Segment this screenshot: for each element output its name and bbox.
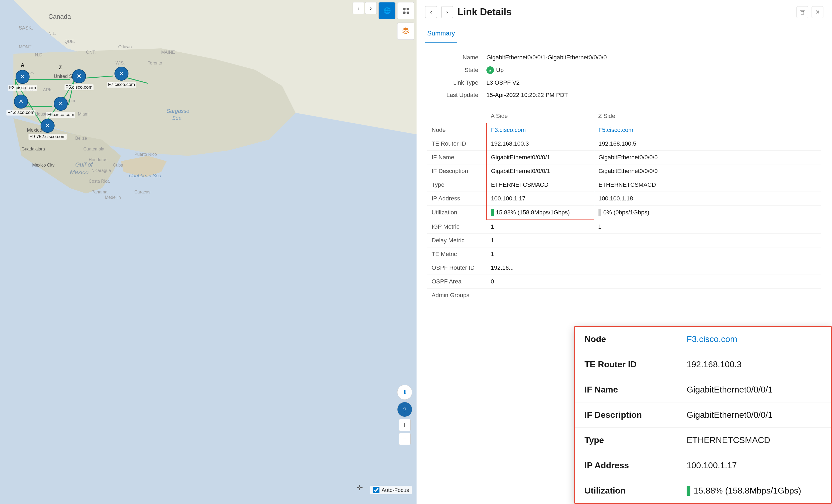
row-z-3: GigabitEthernet0/0/0/0	[594, 164, 821, 178]
delete-btn[interactable]	[797, 6, 808, 18]
value-lastupdate: 15-Apr-2022 10:20:22 PM PDT	[487, 91, 568, 99]
svg-rect-55	[801, 11, 804, 14]
info-row-name: Name GigabitEthernet0/0/0/1-GigabitEther…	[427, 51, 821, 64]
panel-header-actions: ✕	[797, 6, 824, 18]
zc-label-6: Utilization	[575, 478, 677, 503]
zc-value-2: GigabitEthernet0/0/0/1	[677, 377, 831, 402]
svg-rect-47	[403, 8, 406, 10]
svg-text:Miami: Miami	[78, 112, 89, 116]
tab-summary[interactable]: Summary	[425, 24, 457, 43]
value-linktype: L3 OSPF V2	[487, 79, 520, 86]
row-z-0[interactable]: F5.cisco.com	[594, 123, 821, 137]
info-section: Name GigabitEthernet0/0/0/1-GigabitEther…	[427, 51, 821, 101]
zc-label-2: IF Name	[575, 377, 677, 402]
zoomed-row: Utilization15.88% (158.8Mbps/1Gbps)	[575, 478, 831, 503]
row-z-9	[594, 247, 821, 261]
close-btn[interactable]: ✕	[812, 6, 824, 18]
row-z-8	[594, 234, 821, 247]
col-label	[427, 109, 487, 123]
link-table: A Side Z Side NodeF3.cisco.comF5.cisco.c…	[427, 109, 821, 302]
table-row: Utilization15.88% (158.8Mbps/1Gbps)0% (0…	[427, 206, 821, 220]
svg-text:Canada: Canada	[48, 13, 71, 20]
zc-value-3: GigabitEthernet0/0/0/1	[677, 402, 831, 428]
download-btn[interactable]: ⬇	[397, 385, 412, 400]
auto-focus-checkbox[interactable]	[373, 487, 380, 493]
row-label-delaymetric: Delay Metric	[427, 234, 487, 247]
node-f4[interactable]: ✕ F4.cisco.com	[6, 95, 35, 115]
svg-text:Belize: Belize	[75, 136, 87, 140]
row-z-11	[594, 275, 821, 289]
svg-text:Guadalajara: Guadalajara	[22, 147, 45, 151]
zoomed-row: IF NameGigabitEthernet0/0/0/1	[575, 377, 831, 402]
svg-text:Sea: Sea	[172, 115, 182, 121]
svg-text:N.L.: N.L.	[48, 31, 56, 36]
map-area[interactable]: Gulf of Mexico Sargasso Sea Caribbean Se…	[0, 0, 417, 504]
node-f4-label: F4.cisco.com	[6, 110, 35, 115]
table-row: NodeF3.cisco.comF5.cisco.com	[427, 123, 821, 137]
node-f7[interactable]: ✕ F7.cisco.com	[107, 67, 136, 87]
layers-btn[interactable]	[397, 23, 414, 40]
zoomed-card: NodeF3.cisco.comTE Router ID192.168.100.…	[574, 326, 832, 504]
svg-text:QUE.: QUE.	[64, 39, 75, 44]
help-btn[interactable]: ?	[397, 402, 412, 417]
map-nav-next[interactable]: ›	[365, 2, 377, 14]
zc-value-0[interactable]: F3.cisco.com	[677, 327, 831, 352]
svg-text:Cuba: Cuba	[113, 163, 123, 167]
svg-rect-48	[407, 8, 409, 10]
panel-header: ‹ › Link Details ✕	[417, 0, 832, 24]
label-name: Name	[427, 54, 487, 61]
table-row: IF DescriptionGigabitEthernet0/0/0/1Giga…	[427, 164, 821, 178]
diagram-btn[interactable]	[397, 2, 414, 19]
node-f6-label: F6.cisco.com	[46, 112, 75, 118]
label-linktype: Link Type	[427, 79, 487, 86]
svg-rect-49	[403, 11, 406, 14]
row-label-terouterid: TE Router ID	[427, 137, 487, 151]
row-z-7: 1	[594, 220, 821, 234]
row-label-ospfarea: OSPF Area	[427, 275, 487, 289]
move-icon[interactable]: ✛	[357, 483, 363, 492]
row-z-2: GigabitEthernet0/0/0/0	[594, 151, 821, 164]
map-nav-prev[interactable]: ‹	[353, 2, 364, 14]
svg-text:Guatemala: Guatemala	[83, 147, 104, 151]
row-label-temetric: TE Metric	[427, 247, 487, 261]
row-label-type: Type	[427, 178, 487, 192]
svg-text:WIS.: WIS.	[115, 61, 125, 65]
zc-value-5: 100.100.1.17	[677, 453, 831, 478]
nav-prev-btn[interactable]: ‹	[425, 6, 437, 18]
node-f3[interactable]: A ✕ F3.cisco.com	[8, 70, 37, 91]
row-a-10: 192.16...	[487, 261, 594, 275]
nav-next-btn[interactable]: ›	[441, 6, 453, 18]
zoomed-row: IP Address100.100.1.17	[575, 453, 831, 478]
row-label-igpmetric: IGP Metric	[427, 220, 487, 234]
col-z-side: Z Side	[594, 109, 821, 123]
row-a-0[interactable]: F3.cisco.com	[487, 123, 594, 137]
zc-label-3: IF Description	[575, 402, 677, 428]
node-f5[interactable]: ✕ F5.cisco.com	[64, 69, 94, 90]
svg-text:Sargasso: Sargasso	[166, 108, 189, 114]
zoom-in-btn[interactable]: +	[399, 419, 411, 431]
row-a-3: GigabitEthernet0/0/0/1	[487, 164, 594, 178]
label-state: State	[427, 67, 487, 74]
zoomed-row: NodeF3.cisco.com	[575, 327, 831, 352]
zoomed-card-table: NodeF3.cisco.comTE Router ID192.168.100.…	[575, 327, 831, 503]
node-f6[interactable]: ✕ F6.cisco.com	[46, 97, 75, 118]
svg-text:Honduras: Honduras	[89, 157, 107, 162]
zc-value-1: 192.168.100.3	[677, 352, 831, 377]
row-a-6: 15.88% (158.8Mbps/1Gbps)	[487, 206, 594, 220]
panel-title: Link Details	[458, 6, 792, 18]
zc-label-4: Type	[575, 428, 677, 453]
table-row: IGP Metric11	[427, 220, 821, 234]
zc-value-4: ETHERNETCSMACD	[677, 428, 831, 453]
zoom-out-btn[interactable]: −	[399, 433, 411, 445]
svg-text:Ottawa: Ottawa	[118, 45, 132, 49]
zc-value-6: 15.88% (158.8Mbps/1Gbps)	[677, 478, 831, 503]
info-row-state: State ▲ Up	[427, 64, 821, 77]
zc-label-5: IP Address	[575, 453, 677, 478]
panel-tabs: Summary	[417, 24, 832, 43]
row-label-ifname: IF Name	[427, 151, 487, 164]
globe-btn[interactable]: 🌐	[379, 2, 396, 19]
value-name: GigabitEthernet0/0/0/1-GigabitEthernet0/…	[487, 54, 607, 61]
node-f9[interactable]: ✕ F9-752.cisco.com	[28, 119, 67, 140]
table-row: TypeETHERNETCSMACDETHERNETCSMACD	[427, 178, 821, 192]
zoomed-row: TE Router ID192.168.100.3	[575, 352, 831, 377]
